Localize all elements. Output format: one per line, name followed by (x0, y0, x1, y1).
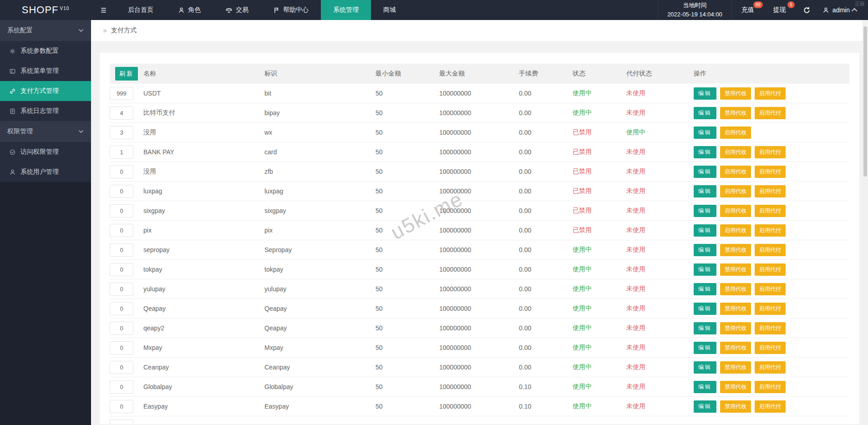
nav-item-help-center[interactable]: 帮助中心 (261, 0, 321, 20)
sort-order-input[interactable] (110, 224, 133, 237)
sort-order-input[interactable] (110, 204, 133, 218)
sidebar-item-system-params[interactable]: 系统参数配置 (0, 41, 91, 61)
edit-button[interactable]: 编辑 (694, 283, 716, 295)
sort-order-input[interactable] (110, 165, 133, 178)
nav-item-system-management[interactable]: 系统管理 (321, 0, 371, 20)
toggle-collect-button[interactable]: 禁用代收 (720, 322, 751, 334)
sidebar-item-access-permissions[interactable]: 访问权限管理 (0, 142, 91, 162)
toggle-payout-button[interactable]: 启用代付 (755, 166, 786, 178)
toggle-collect-button[interactable]: 禁用代收 (720, 361, 751, 374)
nav-item-mall[interactable]: 商城 (371, 0, 408, 20)
nav-item-dashboard[interactable]: 后台首页 (116, 0, 166, 20)
recharge-button[interactable]: 充值 89 (732, 0, 764, 20)
cell-name: 没用 (143, 128, 264, 137)
sort-order-input[interactable] (110, 380, 133, 394)
sort-order-input[interactable] (110, 341, 133, 354)
sort-order-input[interactable] (110, 283, 133, 296)
refresh-table-button[interactable]: 刷新 (115, 67, 138, 81)
edit-button[interactable]: 编辑 (694, 322, 716, 334)
toggle-payout-button[interactable]: 启用代付 (755, 361, 786, 374)
toggle-collect-button[interactable]: 禁用代收 (720, 283, 751, 295)
edit-button[interactable]: 编辑 (694, 146, 716, 158)
toggle-collect-button[interactable]: 禁用代收 (720, 400, 751, 413)
sort-order-input[interactable] (110, 361, 133, 374)
toggle-payout-button[interactable]: 启用代付 (755, 263, 786, 276)
toggle-collect-button[interactable]: 禁用代收 (720, 107, 751, 119)
toggle-payout-button[interactable]: 启用代付 (755, 244, 786, 256)
cell-actions: 编辑禁用代收启用代付 (694, 361, 849, 374)
cell-df-status: 未使用 (626, 344, 694, 352)
cell-fee: 0.00 (519, 344, 573, 351)
toggle-collect-button[interactable]: 禁用代收 (720, 244, 751, 256)
toggle-collect-button[interactable]: 启用代收 (720, 224, 751, 237)
toggle-payout-button[interactable]: 启用代付 (755, 205, 786, 217)
edit-button[interactable]: 编辑 (694, 381, 716, 393)
toggle-collect-button[interactable]: 启用代收 (720, 166, 751, 178)
sort-order-input[interactable] (110, 302, 133, 315)
edit-button[interactable]: 编辑 (694, 244, 716, 256)
sort-order-input[interactable] (110, 400, 133, 413)
vertical-scrollbar[interactable] (863, 20, 868, 425)
edit-button[interactable]: 编辑 (694, 87, 716, 100)
cell-min-amount: 50 (376, 403, 439, 410)
toggle-payout-button[interactable]: 启用代付 (755, 87, 786, 100)
toggle-payout-button[interactable]: 启用代付 (755, 146, 786, 158)
edit-button[interactable]: 编辑 (694, 224, 716, 237)
scrollbar-thumb[interactable] (863, 26, 867, 177)
toggle-collect-button[interactable]: 禁用代收 (720, 263, 751, 276)
sort-order-input[interactable] (110, 322, 133, 335)
toggle-collect-button[interactable]: 启用代收 (720, 185, 751, 197)
collapse-sidebar-button[interactable] (91, 0, 116, 20)
toggle-payout-button[interactable]: 启用代付 (755, 381, 786, 393)
toggle-payout-button[interactable]: 启用代付 (755, 342, 786, 354)
edit-button[interactable]: 编辑 (694, 342, 716, 354)
logo-version: V10 (60, 6, 70, 11)
toggle-payout-button[interactable]: 启用代付 (755, 185, 786, 197)
edit-button[interactable]: 编辑 (694, 107, 716, 119)
sort-order-input[interactable] (110, 146, 133, 159)
edit-button[interactable]: 编辑 (694, 126, 716, 139)
toggle-payout-button[interactable]: 启用代付 (755, 224, 786, 237)
toggle-collect-button[interactable]: 禁用代收 (720, 381, 751, 393)
edit-button[interactable]: 编辑 (694, 303, 716, 315)
cell-status: 使用中 (573, 344, 626, 352)
nav-item-trade[interactable]: 交易 (213, 0, 261, 20)
sort-order-input[interactable] (110, 87, 133, 100)
cell-actions: 编辑启用代收启用代付 (694, 146, 849, 158)
edit-button[interactable]: 编辑 (694, 166, 716, 178)
sidebar-group-permissions[interactable]: 权限管理 (0, 121, 91, 142)
toggle-collect-button[interactable]: 禁用代收 (720, 342, 751, 354)
toggle-collect-button[interactable]: 禁用代收 (720, 87, 751, 100)
refresh-page-button[interactable] (796, 0, 818, 20)
sidebar-item-system-menu[interactable]: 系统菜单管理 (0, 61, 91, 81)
sort-order-input[interactable] (110, 420, 133, 425)
toggle-collect-button[interactable]: 启用代收 (720, 146, 751, 158)
sort-order-input[interactable] (110, 243, 133, 257)
toggle-payout-button[interactable]: 启用代付 (755, 107, 786, 119)
sidebar-item-system-logs[interactable]: 系统日志管理 (0, 101, 91, 121)
sidebar-item-system-users[interactable]: 系统用户管理 (0, 162, 91, 182)
edit-button[interactable]: 编辑 (694, 263, 716, 276)
toggle-payout-button[interactable]: 启用代付 (755, 283, 786, 295)
sort-order-input[interactable] (110, 185, 133, 198)
edit-button[interactable]: 编辑 (694, 400, 716, 413)
chevron-down-icon (78, 29, 84, 32)
sort-order-input[interactable] (110, 263, 133, 276)
withdraw-button[interactable]: 提现 5 (764, 0, 796, 20)
edit-button[interactable]: 编辑 (694, 185, 716, 197)
sort-order-input[interactable] (110, 126, 133, 139)
toggle-collect-button[interactable]: 启用代收 (720, 126, 751, 139)
edit-button[interactable]: 编辑 (694, 205, 716, 217)
nav-item-roles[interactable]: 角色 (166, 0, 213, 20)
toggle-collect-button[interactable]: 禁用代收 (720, 303, 751, 315)
toggle-collect-button[interactable]: 启用代收 (720, 205, 751, 217)
edit-button[interactable]: 编辑 (694, 361, 716, 374)
cell-df-status: 未使用 (626, 187, 694, 195)
sidebar-item-payment-methods[interactable]: 支付方式管理 (0, 81, 91, 101)
chevron-up-icon (852, 8, 858, 14)
toggle-payout-button[interactable]: 启用代付 (755, 322, 786, 334)
sort-order-input[interactable] (110, 106, 133, 120)
toggle-payout-button[interactable]: 启用代付 (755, 303, 786, 315)
toggle-payout-button[interactable]: 启用代付 (755, 400, 786, 413)
sidebar-group-system-config[interactable]: 系统配置 (0, 20, 91, 41)
